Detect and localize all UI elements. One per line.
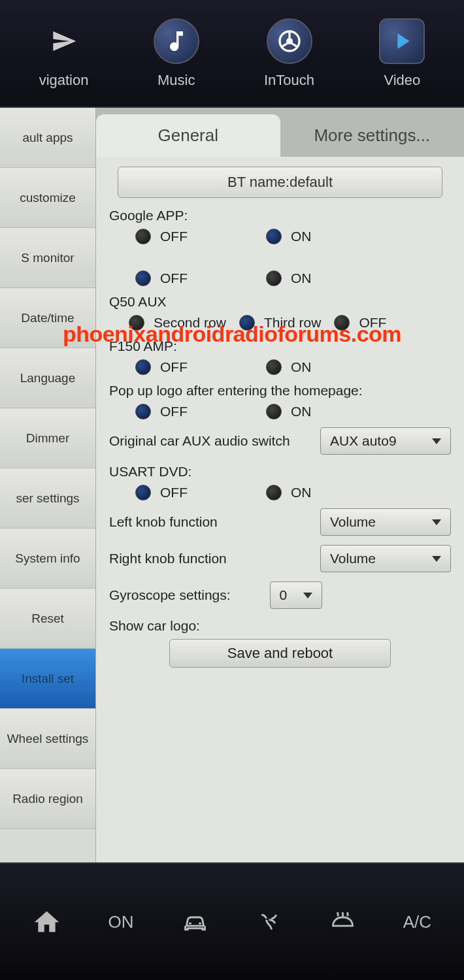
radio-dot-icon <box>239 315 255 331</box>
setting-q50-aux: Q50 AUX Second row Third row OFF <box>109 294 451 331</box>
radio-dot-icon <box>135 270 151 286</box>
radio-row2-off[interactable]: OFF <box>135 270 188 286</box>
sidebar-item-dimmer[interactable]: Dimmer <box>0 408 95 468</box>
setting-row2: OFF ON <box>109 270 451 286</box>
label-q50-aux: Q50 AUX <box>109 294 451 310</box>
label-aux-switch: Original car AUX audio switch <box>109 433 290 449</box>
setting-aux-switch: Original car AUX audio switch AUX auto9 <box>109 427 451 455</box>
sidebar-item-reset[interactable]: Reset <box>0 589 95 649</box>
chevron-down-icon <box>432 438 441 444</box>
sidebar-item-language[interactable]: Language <box>0 348 95 408</box>
sidebar-item-monitor[interactable]: S monitor <box>0 228 95 288</box>
tabs: General More settings... <box>96 108 464 157</box>
nav-label: Video <box>384 72 420 89</box>
home-button[interactable] <box>21 896 73 948</box>
defrost-icon[interactable] <box>317 896 369 948</box>
nav-music[interactable]: Music <box>154 18 199 89</box>
dropdown-left-knob[interactable]: Volume <box>320 508 451 536</box>
nav-label: Music <box>157 72 195 89</box>
sidebar-item-datetime[interactable]: Date/time <box>0 288 95 348</box>
radio-google-off[interactable]: OFF <box>135 229 188 244</box>
nav-intouch[interactable]: InTouch <box>264 18 314 89</box>
setting-google-app: Google APP: OFF ON <box>109 208 451 244</box>
setting-right-knob: Right knob function Volume <box>109 545 451 572</box>
setting-popup-logo: Pop up logo after entering the homepage:… <box>109 383 451 419</box>
label-usart-dvd: USART DVD: <box>109 464 451 480</box>
radio-q50-second[interactable]: Second row <box>129 315 226 331</box>
main-area: ault apps customize S monitor Date/time … <box>0 108 464 862</box>
radio-f150-on[interactable]: ON <box>266 359 312 375</box>
sidebar-item-wheel-settings[interactable]: Wheel settings <box>0 709 95 769</box>
radio-dot-icon <box>266 270 282 286</box>
radio-q50-third[interactable]: Third row <box>239 315 322 331</box>
car-icon[interactable] <box>169 896 221 948</box>
play-icon <box>379 18 425 64</box>
label-right-knob: Right knob function <box>109 551 227 566</box>
dropdown-aux-switch[interactable]: AUX auto9 <box>320 427 451 455</box>
setting-left-knob: Left knob function Volume <box>109 508 451 536</box>
label-gyroscope: Gyroscope settings: <box>109 587 231 603</box>
label-left-knob: Left knob function <box>109 514 218 530</box>
chevron-down-icon <box>432 519 441 525</box>
radio-usart-on[interactable]: ON <box>266 485 312 500</box>
music-icon <box>154 18 199 64</box>
radio-dot-icon <box>266 404 282 419</box>
tab-general[interactable]: General <box>96 114 280 157</box>
radio-usart-off[interactable]: OFF <box>135 485 188 500</box>
label-popup-logo: Pop up logo after entering the homepage: <box>109 383 451 399</box>
radio-dot-icon <box>135 229 151 244</box>
radio-dot-icon <box>135 485 151 500</box>
radio-dot-icon <box>266 359 282 375</box>
dropdown-gyroscope[interactable]: 0 <box>270 581 322 609</box>
sidebar-item-default-apps[interactable]: ault apps <box>0 108 95 168</box>
radio-f150-off[interactable]: OFF <box>135 359 188 375</box>
bottom-bar: ON A/C <box>0 862 464 980</box>
radio-q50-off[interactable]: OFF <box>334 315 386 331</box>
ac-button[interactable]: A/C <box>391 896 443 948</box>
save-reboot-button[interactable]: Save and reboot <box>169 639 391 668</box>
sidebar-item-system-info[interactable]: System info <box>0 529 95 589</box>
setting-gyroscope: Gyroscope settings: 0 <box>109 581 451 609</box>
settings-body: BT name:default Google APP: OFF ON OFF O… <box>96 157 464 862</box>
on-button[interactable]: ON <box>95 896 147 948</box>
radio-popup-on[interactable]: ON <box>266 404 312 419</box>
wheel-icon <box>267 18 312 64</box>
sidebar: ault apps customize S monitor Date/time … <box>0 108 96 862</box>
nav-label: vigation <box>39 72 89 89</box>
radio-row2-on[interactable]: ON <box>266 270 312 286</box>
radio-dot-icon <box>135 359 151 375</box>
radio-dot-icon <box>266 485 282 500</box>
radio-dot-icon <box>135 404 151 419</box>
chevron-down-icon <box>432 556 441 562</box>
sidebar-item-radio-region[interactable]: Radio region <box>0 769 95 829</box>
radio-google-on[interactable]: ON <box>266 229 312 244</box>
nav-label: InTouch <box>264 72 314 89</box>
nav-navigation[interactable]: vigation <box>39 18 89 89</box>
radio-dot-icon <box>129 315 144 331</box>
setting-f150-amp: F150 AMP: OFF ON <box>109 338 451 375</box>
radio-dot-icon <box>266 229 282 244</box>
label-show-logo: Show car logo: <box>109 618 451 634</box>
sidebar-item-customize[interactable]: customize <box>0 168 95 228</box>
bt-name-button[interactable]: BT name:default <box>118 167 442 198</box>
setting-usart-dvd: USART DVD: OFF ON <box>109 464 451 500</box>
tab-more-settings[interactable]: More settings... <box>280 114 465 157</box>
label-f150-amp: F150 AMP: <box>109 338 451 354</box>
airflow-icon[interactable] <box>243 896 295 948</box>
radio-popup-off[interactable]: OFF <box>135 404 188 419</box>
dropdown-right-knob[interactable]: Volume <box>320 545 451 572</box>
nav-video[interactable]: Video <box>379 18 425 89</box>
sidebar-item-install-set[interactable]: Install set <box>0 649 95 709</box>
chevron-down-icon <box>303 593 312 598</box>
label-google-app: Google APP: <box>109 208 451 223</box>
top-nav: vigation Music InTouch Video <box>0 0 464 108</box>
radio-dot-icon <box>334 315 350 331</box>
sidebar-item-user-settings[interactable]: ser settings <box>0 468 95 529</box>
content-panel: General More settings... BT name:default… <box>96 108 464 862</box>
plane-icon <box>41 18 87 64</box>
